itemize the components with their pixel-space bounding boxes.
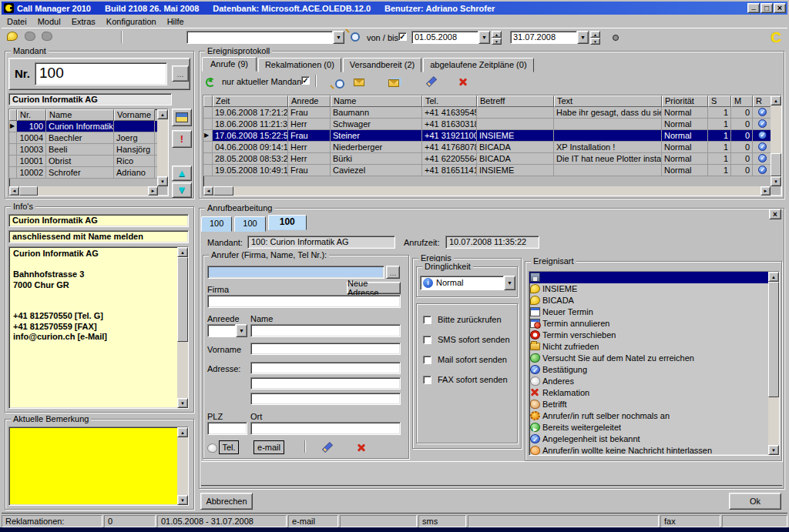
ereignisart-item[interactable]: BICADA bbox=[529, 295, 768, 306]
ok-button[interactable]: Ok bbox=[729, 493, 781, 510]
scroll-right-icon[interactable] bbox=[148, 186, 158, 196]
date-to-value[interactable]: 31.07.2008 bbox=[510, 31, 577, 44]
date-to-arrow-icon[interactable] bbox=[577, 31, 589, 44]
mandant-row[interactable]: 10003 Beeli Hansjörg bbox=[9, 144, 168, 156]
protokoll-tab[interactable]: Versandbereit (2) bbox=[343, 58, 421, 72]
ereignisart-item[interactable]: Anrufer/in ruft selber nochmals an bbox=[529, 410, 768, 422]
anrufer-more-button[interactable]: ... bbox=[386, 266, 400, 279]
date-from-value[interactable]: 01.05.2008 bbox=[411, 31, 478, 44]
anruf-tab[interactable]: 100 bbox=[201, 216, 232, 232]
scroll-up-icon[interactable] bbox=[157, 109, 168, 119]
menu-item[interactable]: Hilfe bbox=[162, 16, 190, 27]
bemerkung-textarea[interactable] bbox=[8, 427, 189, 506]
anrufer-search-input[interactable] bbox=[207, 266, 384, 279]
scroll-down-icon[interactable] bbox=[768, 445, 779, 455]
abbrechen-button[interactable]: Abbrechen bbox=[200, 493, 253, 510]
edit-icon[interactable] bbox=[322, 442, 332, 451]
scroll-down-icon[interactable] bbox=[771, 176, 781, 186]
search-combobox-arrow-icon[interactable] bbox=[333, 31, 344, 44]
protokoll-column-header[interactable]: Betreff bbox=[477, 95, 554, 107]
anruf-note-strip[interactable] bbox=[201, 461, 782, 486]
mandant-row[interactable]: ▶ 100 Curion Informatik AG bbox=[9, 121, 168, 132]
menu-item[interactable]: Extras bbox=[66, 16, 101, 27]
firma-input[interactable] bbox=[207, 295, 401, 308]
protokoll-column-header[interactable]: Anrede bbox=[288, 95, 331, 107]
scroll-up-icon[interactable] bbox=[771, 95, 781, 105]
close-button[interactable] bbox=[774, 3, 786, 13]
plz-input[interactable] bbox=[207, 422, 247, 435]
protokoll-row[interactable]: 18.06.2008 11:21:35 Herr Schwager +41 81… bbox=[203, 119, 781, 130]
protokoll-row[interactable]: ▶ 17.06.2008 15:22:56 Frau Steiner +41 3… bbox=[203, 130, 781, 142]
mail-icon[interactable] bbox=[354, 79, 364, 86]
mandant-column-header[interactable]: Nr. bbox=[17, 109, 46, 121]
mandant-more-button[interactable]: ... bbox=[172, 65, 189, 82]
ereignisart-item[interactable]: Anrufer/in wollte keine Nachricht hinter… bbox=[529, 445, 768, 456]
delete-icon[interactable] bbox=[458, 78, 468, 87]
anreede-combobox[interactable] bbox=[207, 324, 247, 337]
date-from-arrow-icon[interactable] bbox=[478, 31, 490, 44]
email-button[interactable]: e-mail bbox=[253, 440, 284, 454]
ereignisart-vscrollbar[interactable] bbox=[768, 272, 779, 455]
ereignisart-item[interactable]: Bereits weitergeleitet bbox=[529, 422, 768, 433]
dringlichkeit-combobox[interactable]: i Normal bbox=[420, 276, 515, 290]
date-from-spin-up[interactable] bbox=[492, 31, 502, 38]
scroll-up-icon[interactable] bbox=[768, 272, 779, 282]
bemerkung-vscrollbar[interactable] bbox=[177, 427, 188, 505]
ereignisart-list[interactable]: INSIEME BICADA Neuer Termin Term bbox=[529, 271, 780, 456]
mandant-down-button[interactable]: ▼ bbox=[172, 182, 192, 198]
minimize-button[interactable] bbox=[747, 3, 760, 13]
option-checkbox[interactable] bbox=[423, 356, 431, 364]
ereignisart-item[interactable]: Versucht Sie auf dem Natel zu erreichen bbox=[529, 353, 768, 364]
scroll-up-icon[interactable] bbox=[177, 247, 188, 257]
call-icon[interactable] bbox=[7, 32, 18, 41]
mandant-row[interactable]: 10004 Baechler Joerg bbox=[9, 132, 168, 144]
ereignisart-item[interactable]: Termin annulieren bbox=[529, 318, 768, 330]
menu-item[interactable]: Konfiguration bbox=[101, 16, 162, 27]
date-to-combobox[interactable]: 31.07.2008 bbox=[510, 31, 589, 44]
scroll-up-icon[interactable] bbox=[177, 427, 188, 437]
tel-button[interactable]: Tel. bbox=[219, 440, 239, 454]
menu-item[interactable]: Datei bbox=[2, 16, 32, 27]
anruf-tab[interactable]: 100 bbox=[268, 215, 307, 230]
mandant-up-button[interactable]: ▲ bbox=[172, 166, 192, 181]
von-bis-checkbox[interactable]: ✓ bbox=[398, 32, 407, 41]
mandant-row[interactable]: 10001 Obrist Rico bbox=[9, 156, 168, 167]
ereignisart-item[interactable]: Angelegenheit ist bekannt bbox=[529, 433, 768, 445]
menu-item[interactable]: Modul bbox=[32, 16, 66, 27]
protokoll-column-header[interactable]: R bbox=[753, 95, 772, 107]
scroll-down-icon[interactable] bbox=[177, 398, 188, 408]
date-to-spin-down[interactable] bbox=[590, 38, 600, 45]
scroll-down-icon[interactable] bbox=[177, 495, 188, 505]
protokoll-row[interactable]: 28.05.2008 08:53:26 Herr Bürki +41 62205… bbox=[203, 153, 781, 165]
protokoll-tab[interactable]: abgelaufene Zeitpläne (0) bbox=[423, 58, 533, 72]
name-input[interactable] bbox=[250, 324, 401, 337]
anreede-arrow-icon[interactable] bbox=[236, 324, 247, 337]
option-checkbox[interactable] bbox=[423, 316, 431, 324]
ereignisart-item[interactable]: Bestätigung bbox=[529, 364, 768, 376]
mandant-grid[interactable]: Nr.NameVorname ▶ 100 Curion Informatik A… bbox=[8, 109, 169, 196]
refresh-icon[interactable] bbox=[206, 78, 215, 87]
mandant-grid-vscrollbar[interactable] bbox=[157, 109, 168, 186]
scroll-left-icon[interactable] bbox=[203, 186, 213, 196]
ereignisart-item[interactable]: Neuer Termin bbox=[529, 306, 768, 318]
protokoll-column-header[interactable]: M bbox=[731, 95, 753, 107]
ereignisart-item[interactable]: Anderes bbox=[529, 376, 768, 387]
mandant-cardfile-button[interactable] bbox=[172, 109, 192, 126]
ereignisart-item[interactable] bbox=[529, 272, 768, 283]
mandant-column-header[interactable]: Name bbox=[46, 109, 114, 121]
date-to-spin-up[interactable] bbox=[590, 31, 600, 38]
protokoll-row[interactable]: 19.06.2008 17:21:25 Frau Baumann +41 416… bbox=[203, 107, 781, 119]
ereignisart-item[interactable]: INSIEME bbox=[529, 283, 768, 295]
info-details-vscrollbar[interactable] bbox=[177, 247, 188, 408]
mandant-alert-button[interactable]: ! bbox=[172, 130, 192, 148]
protokoll-grid[interactable]: ZeitAnredeNameTel.BetreffTextPrioritätSM… bbox=[203, 95, 782, 196]
protokoll-tab[interactable]: Rekalmationen (0) bbox=[258, 58, 341, 72]
protokoll-column-header[interactable]: Text bbox=[554, 95, 662, 107]
ereignisart-item[interactable]: Termin verschieben bbox=[529, 330, 768, 341]
protokoll-column-header[interactable]: Zeit bbox=[213, 95, 288, 107]
adresse-input-1[interactable] bbox=[250, 362, 401, 374]
scroll-right-icon[interactable] bbox=[760, 186, 771, 196]
search-combobox[interactable] bbox=[186, 31, 344, 44]
ereignisart-item[interactable]: Betrifft bbox=[529, 399, 768, 410]
option-checkbox[interactable] bbox=[423, 376, 431, 384]
